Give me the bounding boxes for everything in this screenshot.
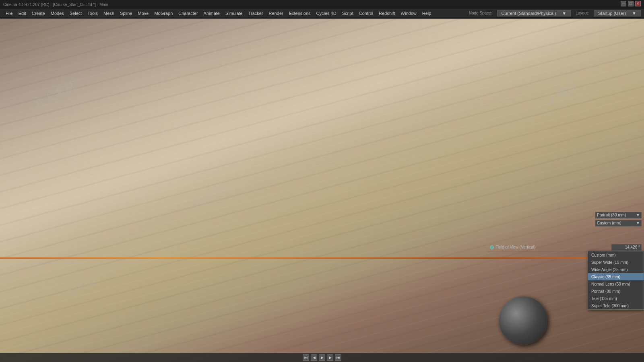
- menu-select[interactable]: Select: [67, 10, 85, 16]
- layout-dropdown[interactable]: Startup (User) ▼: [594, 10, 641, 16]
- fovv-indicator[interactable]: [490, 245, 494, 249]
- window-controls: ─ □ ✕: [621, 1, 641, 6]
- menu-tools[interactable]: Tools: [85, 10, 100, 16]
- menu-extensions[interactable]: Extensions: [287, 10, 313, 16]
- pb-next[interactable]: ▶: [327, 354, 333, 361]
- menu-window[interactable]: Window: [398, 10, 419, 16]
- menu-redshift[interactable]: Redshift: [376, 10, 397, 16]
- menu-create[interactable]: Create: [29, 10, 47, 16]
- pb-start[interactable]: ⏮: [303, 354, 309, 361]
- sensor-preset-dropdown[interactable]: Custom (mm) ▼: [595, 220, 642, 226]
- pb-play[interactable]: ▶: [319, 354, 325, 361]
- wood-grain: [0, 19, 644, 362]
- dd-classic[interactable]: Classic (35 mm): [588, 273, 644, 280]
- fovv-label: Field of View (Vertical): [495, 245, 610, 249]
- fovv-value[interactable]: 14.426 °: [611, 244, 642, 251]
- center-area: ☰ View Cameras Display Options Filter Pa…: [9, 32, 487, 362]
- menu-script[interactable]: Script: [340, 10, 356, 16]
- dd-normal[interactable]: Normal Lens (50 mm): [588, 280, 644, 288]
- restore-btn[interactable]: □: [628, 1, 634, 6]
- menu-simulate[interactable]: Simulate: [223, 10, 245, 16]
- layout-label: Layout:: [573, 10, 591, 16]
- menu-character[interactable]: Character: [176, 10, 200, 16]
- node-space-label: Node Space:: [466, 10, 495, 16]
- playback-bar: ⏮ ◀ ▶ ▶ ⏭: [0, 353, 644, 362]
- title-bar: Cinema 4D R21.207 (RC) - [Course_Start_0…: [0, 0, 644, 9]
- dd-portrait[interactable]: Portrait (80 mm): [588, 288, 644, 295]
- menu-move[interactable]: Move: [136, 10, 151, 16]
- node-space-dropdown[interactable]: Current (Standard/Physical) ▼: [497, 10, 571, 16]
- dd-super-wide[interactable]: Super Wide (15 mm): [588, 259, 644, 266]
- menu-spline[interactable]: Spline: [118, 10, 135, 16]
- dd-super-tele[interactable]: Super Tele (300 mm): [588, 302, 644, 309]
- menu-tracker[interactable]: Tracker: [246, 10, 266, 16]
- menu-help[interactable]: Help: [420, 10, 434, 16]
- menu-file[interactable]: File: [3, 10, 15, 16]
- menu-mesh[interactable]: Mesh: [101, 10, 117, 16]
- dd-custom[interactable]: Custom (mm): [588, 251, 644, 259]
- prop-fov-v: Field of View (Vertical) 14.426 ° Custom…: [487, 243, 644, 251]
- dd-wide-angle[interactable]: Wide Angle (25 mm): [588, 266, 644, 273]
- wood-edge: [0, 257, 644, 259]
- menu-mograph[interactable]: MoGraph: [152, 10, 175, 16]
- menu-modes[interactable]: Modes: [48, 10, 66, 16]
- 3d-viewport[interactable]: 八人素材 八人素材 RRCG RRCG ⏮ ◀ ▶ ▶ ⏭: [0, 19, 644, 362]
- knob-3d-object: [499, 296, 547, 345]
- pb-prev[interactable]: ◀: [311, 354, 317, 361]
- sensor-preset-popup: Custom (mm) Super Wide (15 mm) Wide Angl…: [588, 251, 644, 310]
- pb-end[interactable]: ⏭: [335, 354, 341, 361]
- menu-render[interactable]: Render: [266, 10, 286, 16]
- menu-cycles4d[interactable]: Cycles 4D: [314, 10, 339, 16]
- minimize-btn[interactable]: ─: [621, 1, 626, 6]
- menu-bar: File Edit Create Modes Select Tools Mesh…: [0, 9, 644, 18]
- menu-animate[interactable]: Animate: [201, 10, 222, 16]
- app-title: Cinema 4D R21.207 (RC) - [Course_Start_0…: [3, 2, 108, 7]
- menu-edit[interactable]: Edit: [16, 10, 29, 16]
- menu-control[interactable]: Control: [357, 10, 376, 16]
- dd-tele[interactable]: Tele (135 mm): [588, 295, 644, 302]
- node-space-area: Node Space: Current (Standard/Physical) …: [466, 10, 641, 16]
- focal-preset-dropdown[interactable]: Portrait (80 mm) ▼: [595, 212, 642, 218]
- close-btn[interactable]: ✕: [635, 1, 641, 6]
